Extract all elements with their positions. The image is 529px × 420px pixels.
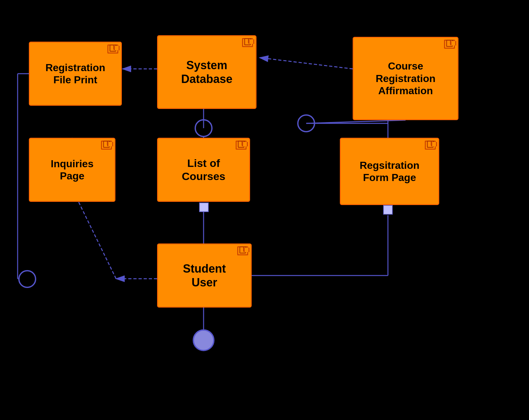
- terminal-circle-student: [193, 329, 214, 351]
- svg-rect-18: [242, 141, 245, 145]
- square-connector-list-courses: [199, 202, 209, 212]
- box-list-of-courses: List of Courses: [157, 138, 250, 202]
- svg-rect-6: [114, 45, 116, 49]
- svg-rect-23: [240, 247, 246, 253]
- svg-rect-11: [447, 40, 452, 46]
- diagram-container: Registration File Print System Database …: [0, 0, 529, 420]
- arrow-course-reg-to-system-db: [260, 58, 353, 69]
- component-icon-student-user: [239, 246, 249, 254]
- line-course-reg-to-circle: [306, 120, 406, 123]
- box-label-system-database: System Database: [181, 58, 232, 86]
- box-student-user: Student User: [157, 243, 252, 308]
- square-connector-registration-form: [383, 205, 393, 215]
- interface-circle-course-reg: [297, 114, 315, 132]
- box-inquiries-page: Inquiries Page: [29, 138, 115, 202]
- interface-circle-left: [18, 270, 36, 288]
- box-system-database: System Database: [157, 35, 256, 109]
- component-icon-system-database: [243, 38, 254, 46]
- box-course-registration-affirmation: Course Registration Affirmation: [353, 37, 458, 120]
- svg-rect-14: [104, 141, 109, 147]
- svg-rect-8: [245, 38, 250, 45]
- component-icon-list-courses: [237, 140, 247, 149]
- svg-rect-20: [427, 141, 433, 147]
- box-label-student-user: Student User: [183, 262, 226, 289]
- component-icon-registration-file-print: [109, 44, 119, 53]
- box-registration-form-page: Regsitration Form Page: [340, 138, 439, 205]
- svg-rect-9: [248, 38, 251, 43]
- component-icon-course-registration: [445, 39, 456, 48]
- svg-rect-24: [244, 247, 246, 251]
- box-label-registration-file-print: Registration File Print: [46, 62, 105, 86]
- box-registration-file-print: Registration File Print: [29, 42, 122, 106]
- line-dashed-up-inquiries: [79, 202, 116, 279]
- component-icon-inquiries-page: [102, 140, 113, 149]
- svg-rect-21: [431, 141, 434, 145]
- box-label-list-courses: List of Courses: [182, 157, 225, 183]
- box-label-course-registration: Course Registration Affirmation: [376, 60, 436, 97]
- interface-circle-system-database: [195, 119, 213, 137]
- svg-rect-5: [110, 45, 116, 51]
- svg-rect-17: [238, 141, 244, 147]
- component-icon-registration-form: [426, 140, 436, 149]
- box-label-inquiries-page: Inquiries Page: [51, 158, 93, 182]
- svg-rect-15: [107, 141, 110, 145]
- box-label-registration-form: Regsitration Form Page: [360, 159, 420, 184]
- svg-rect-12: [450, 40, 453, 45]
